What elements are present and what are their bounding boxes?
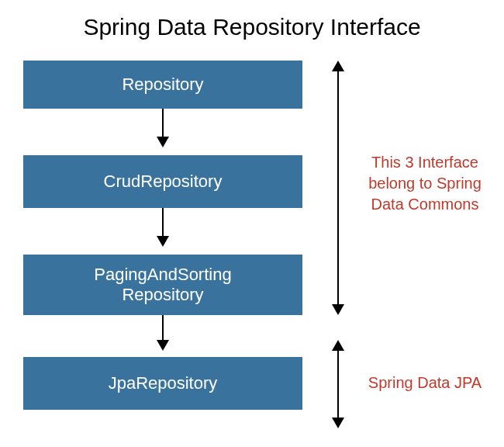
box-crud-repository-label: CrudRepository bbox=[104, 172, 223, 192]
box-jpa-repository-label: JpaRepository bbox=[109, 373, 218, 393]
span-arrow-commons bbox=[337, 62, 339, 314]
annotation-commons: This 3 Interface belong to Spring Data C… bbox=[355, 152, 495, 215]
box-repository-label: Repository bbox=[122, 74, 203, 95]
span-arrow-jpa bbox=[337, 341, 339, 427]
arrow-paging-to-jpa bbox=[162, 315, 164, 349]
box-paging-line2: Repository bbox=[122, 285, 203, 305]
box-paging-line1: PagingAndSorting bbox=[94, 265, 231, 285]
arrow-repository-to-crud bbox=[162, 109, 164, 146]
box-paging-sorting-repository: PagingAndSorting Repository bbox=[23, 255, 302, 315]
box-repository: Repository bbox=[23, 61, 302, 109]
arrow-crud-to-paging bbox=[162, 208, 164, 245]
box-crud-repository: CrudRepository bbox=[23, 155, 302, 208]
annotation-jpa: Spring Data JPA bbox=[355, 372, 495, 393]
diagram-title: Spring Data Repository Interface bbox=[0, 14, 504, 40]
box-jpa-repository: JpaRepository bbox=[23, 357, 302, 410]
